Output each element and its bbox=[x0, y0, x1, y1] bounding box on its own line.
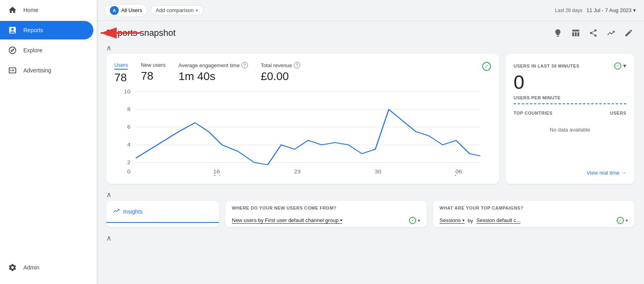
arrow-right-icon: → bbox=[621, 170, 626, 176]
sessions-arrow-icon: ▾ bbox=[462, 218, 464, 222]
all-users-label: All Users bbox=[121, 7, 142, 13]
edit-icon[interactable] bbox=[623, 27, 634, 39]
plus-icon: + bbox=[195, 7, 198, 13]
realtime-chevron-icon[interactable]: ▾ bbox=[623, 62, 626, 70]
no-data-text: No data available bbox=[514, 119, 626, 141]
metric-avg-engagement: Average engagement time ? 1m 40s bbox=[178, 62, 248, 84]
by-label: by bbox=[468, 218, 473, 224]
top-campaigns-card: WHAT ARE YOUR TOP CAMPAIGNS? Sessions ▾ … bbox=[433, 201, 634, 227]
collapse-button-2[interactable]: ∧ bbox=[106, 190, 111, 199]
chart-area: 10 8 6 4 2 0 16 Jul 23 30 06 bbox=[114, 87, 491, 176]
add-comparison-button[interactable]: Add comparison + bbox=[151, 5, 204, 15]
new-users-header: WHERE DO YOUR NEW USERS COME FROM? bbox=[225, 201, 427, 214]
sidebar-item-reports[interactable]: Reports bbox=[0, 21, 93, 39]
sidebar-advertising-label: Advertising bbox=[23, 67, 51, 74]
svg-text:30: 30 bbox=[375, 169, 381, 175]
sidebar-item-explore[interactable]: Explore bbox=[0, 41, 93, 60]
svg-text:2: 2 bbox=[127, 160, 130, 165]
users-per-minute-label: USERS PER MINUTE bbox=[514, 95, 626, 100]
collapse-button-1[interactable]: ∧ bbox=[106, 43, 111, 52]
section-chevron-1: ∧ bbox=[97, 42, 644, 54]
metrics-items: Users 78 New users 78 Average engagement… bbox=[114, 62, 300, 84]
campaigns-check-icon: ✓ bbox=[617, 217, 624, 224]
lightbulb-icon[interactable] bbox=[552, 27, 564, 39]
insights-trending-icon bbox=[113, 207, 120, 216]
realtime-title: USERS IN LAST 30 MINUTES bbox=[514, 64, 580, 68]
svg-text:4: 4 bbox=[127, 142, 131, 148]
top-countries-label: TOP COUNTRIES bbox=[514, 111, 553, 115]
chevron-down-icon: ▾ bbox=[633, 7, 636, 13]
new-users-chevron-icon[interactable]: ▾ bbox=[418, 218, 420, 223]
explore-icon bbox=[8, 46, 17, 55]
metric-users-label: Users bbox=[114, 62, 128, 70]
svg-text:6: 6 bbox=[127, 125, 130, 130]
date-range-selector[interactable]: 11 Jul - 7 Aug 2023 ▾ bbox=[586, 7, 636, 13]
all-users-chip[interactable]: A All Users bbox=[105, 4, 147, 17]
topbar: A All Users Add comparison + Last 28 day… bbox=[97, 0, 644, 21]
trending-icon[interactable] bbox=[605, 27, 617, 39]
top-countries-header: TOP COUNTRIES USERS bbox=[514, 111, 626, 115]
reports-icon bbox=[8, 26, 17, 35]
new-users-dropdown-label: New users by First user default channel … bbox=[232, 217, 339, 223]
new-users-dropdown[interactable]: New users by First user default channel … bbox=[232, 217, 342, 224]
content-area: Reports snapshot ∧ bbox=[97, 21, 644, 284]
metric-users-value: 78 bbox=[114, 71, 128, 84]
insights-tab[interactable]: Insights bbox=[106, 201, 219, 227]
sidebar-item-admin[interactable]: Admin bbox=[0, 258, 93, 277]
page-actions bbox=[552, 27, 634, 39]
sidebar-explore-label: Explore bbox=[23, 47, 42, 54]
campaigns-chevron-icon[interactable]: ▾ bbox=[625, 218, 628, 223]
cards-row: Users 78 New users 78 Average engagement… bbox=[97, 54, 644, 189]
section-chevron-2: ∧ bbox=[97, 189, 644, 201]
sidebar-item-home[interactable]: Home bbox=[0, 1, 93, 19]
realtime-count: 0 bbox=[514, 73, 626, 92]
date-range-label: Last 28 days bbox=[555, 8, 582, 13]
page-header: Reports snapshot bbox=[97, 21, 644, 42]
svg-text:10: 10 bbox=[124, 89, 130, 95]
metric-avg-engagement-label: Average engagement time ? bbox=[178, 62, 248, 68]
metric-total-revenue: Total revenue ? £0.00 bbox=[261, 62, 300, 84]
svg-text:0: 0 bbox=[127, 169, 130, 175]
total-revenue-help-icon[interactable]: ? bbox=[294, 62, 300, 68]
avg-engagement-help-icon[interactable]: ? bbox=[242, 62, 248, 68]
mini-chart-line bbox=[514, 103, 626, 104]
sidebar-item-advertising[interactable]: Advertising bbox=[0, 61, 93, 80]
metrics-top-row: Users 78 New users 78 Average engagement… bbox=[114, 62, 491, 84]
dropdown-arrow-icon: ▾ bbox=[340, 218, 342, 222]
top-campaigns-controls: Sessions ▾ by Session default c... ✓ ▾ bbox=[433, 214, 634, 227]
all-users-avatar: A bbox=[110, 6, 119, 15]
session-default-label: Session default c... bbox=[476, 217, 520, 223]
date-value: 11 Jul - 7 Aug 2023 bbox=[586, 7, 632, 13]
users-column-label: USERS bbox=[610, 111, 626, 115]
table-icon[interactable] bbox=[570, 27, 581, 39]
metric-users: Users 78 bbox=[114, 62, 128, 84]
realtime-check-icon: ✓ bbox=[614, 62, 621, 70]
metric-total-revenue-label: Total revenue ? bbox=[261, 62, 300, 68]
metric-total-revenue-value: £0.00 bbox=[261, 70, 300, 83]
share-icon[interactable] bbox=[588, 27, 599, 39]
insights-label: Insights bbox=[123, 208, 142, 215]
svg-text:Aug: Aug bbox=[454, 174, 464, 176]
metric-new-users-value: 78 bbox=[141, 70, 165, 82]
sidebar-admin-label: Admin bbox=[23, 264, 39, 271]
top-campaigns-header: WHAT ARE YOUR TOP CAMPAIGNS? bbox=[433, 201, 634, 214]
session-default-dropdown[interactable]: Session default c... bbox=[476, 217, 520, 224]
chart-svg: 10 8 6 4 2 0 16 Jul 23 30 06 bbox=[114, 87, 491, 176]
svg-text:Jul: Jul bbox=[213, 174, 221, 176]
svg-text:8: 8 bbox=[127, 107, 130, 112]
metric-new-users-label: New users bbox=[141, 62, 165, 68]
svg-text:23: 23 bbox=[294, 169, 300, 175]
main-content: A All Users Add comparison + Last 28 day… bbox=[97, 0, 644, 284]
insights-tab-label[interactable]: Insights bbox=[106, 201, 219, 223]
sessions-dropdown[interactable]: Sessions ▾ bbox=[440, 217, 464, 224]
view-realtime-link[interactable]: View real time → bbox=[514, 170, 626, 176]
metrics-chart-card: Users 78 New users 78 Average engagement… bbox=[106, 54, 499, 184]
metrics-check-icon: ✓ bbox=[482, 62, 491, 71]
topbar-left: A All Users Add comparison + bbox=[105, 4, 204, 17]
home-icon bbox=[8, 6, 17, 14]
section-chevron-3: ∧ bbox=[97, 232, 644, 244]
collapse-button-3[interactable]: ∧ bbox=[106, 234, 111, 243]
realtime-card: USERS IN LAST 30 MINUTES ✓ ▾ 0 USERS PER… bbox=[506, 54, 634, 184]
page-title: Reports snapshot bbox=[106, 28, 175, 38]
settings-icon bbox=[8, 263, 17, 272]
